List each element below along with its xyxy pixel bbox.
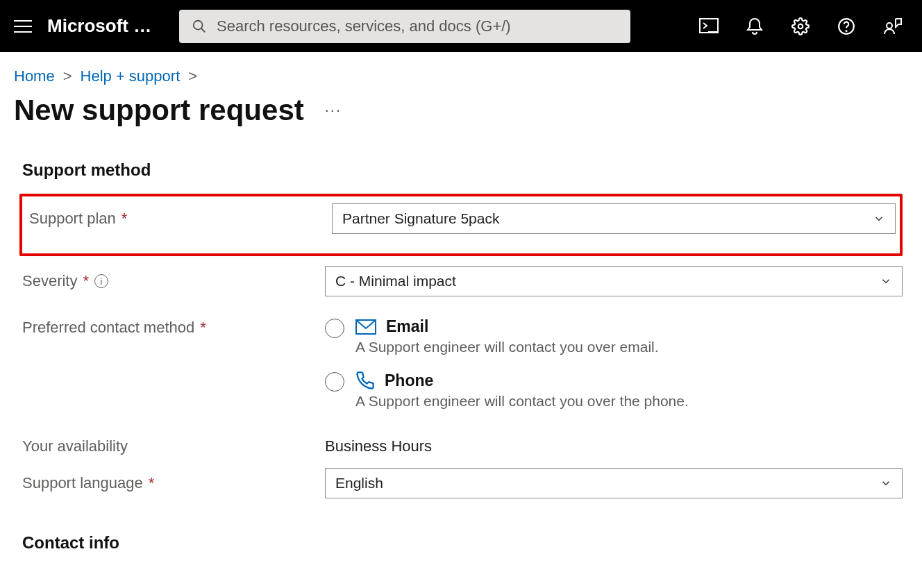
severity-select[interactable]: C - Minimal impact [325, 266, 903, 296]
svg-point-10 [887, 23, 892, 28]
top-bar: Microsoft … [0, 0, 922, 52]
chevron-down-icon [880, 477, 892, 489]
chevron-down-icon [880, 275, 892, 287]
chevron-down-icon [873, 212, 885, 225]
breadcrumb: Home > Help + support > [0, 52, 922, 91]
settings-gear-icon[interactable] [790, 16, 811, 37]
language-select[interactable]: English [325, 468, 903, 498]
contact-method-radio-group: Email A Support engineer will contact yo… [325, 314, 903, 410]
svg-line-4 [201, 28, 206, 32]
phone-icon [355, 371, 375, 390]
availability-value: Business Hours [325, 437, 432, 455]
email-title: Email [386, 317, 428, 336]
severity-label: Severity [22, 272, 77, 290]
radio-email[interactable] [325, 319, 344, 338]
email-desc: A Support engineer will contact you over… [355, 339, 659, 355]
contact-method-email[interactable]: Email A Support engineer will contact yo… [325, 317, 903, 355]
support-plan-select[interactable]: Partner Signature 5pack [332, 203, 896, 234]
svg-point-3 [194, 20, 203, 29]
radio-phone[interactable] [325, 372, 344, 392]
contact-method-phone[interactable]: Phone A Support engineer will contact yo… [325, 371, 903, 410]
topbar-actions [698, 16, 910, 37]
language-label: Support language [22, 474, 143, 492]
required-marker: * [200, 319, 206, 337]
phone-desc: A Support engineer will contact you over… [355, 393, 689, 410]
info-icon[interactable]: i [94, 274, 108, 288]
required-marker: * [149, 474, 155, 492]
support-plan-value: Partner Signature 5pack [342, 210, 499, 227]
availability-label: Your availability [22, 437, 128, 455]
support-plan-highlight: Support plan * Partner Signature 5pack [19, 194, 903, 256]
notifications-icon[interactable] [744, 16, 765, 37]
breadcrumb-sep: > [63, 67, 72, 85]
svg-rect-5 [700, 19, 718, 33]
hamburger-menu-button[interactable] [12, 16, 33, 37]
email-icon [355, 319, 376, 335]
severity-value: C - Minimal impact [335, 273, 456, 289]
section-contact-info: Contact info [22, 533, 903, 553]
required-marker: * [83, 272, 89, 290]
search-icon [192, 19, 207, 34]
help-icon[interactable] [836, 16, 857, 37]
more-actions-button[interactable]: ··· [325, 101, 342, 119]
page-title: New support request [14, 94, 304, 127]
breadcrumb-sep: > [188, 67, 197, 85]
breadcrumb-home[interactable]: Home [14, 67, 55, 85]
breadcrumb-help-support[interactable]: Help + support [81, 67, 181, 85]
required-marker: * [121, 210, 128, 228]
search-input[interactable] [217, 17, 618, 35]
preferred-contact-label: Preferred contact method [22, 319, 194, 337]
svg-point-9 [846, 30, 846, 31]
section-support-method: Support method [22, 160, 903, 180]
feedback-icon[interactable] [882, 16, 903, 37]
svg-point-7 [798, 24, 803, 28]
search-box[interactable] [179, 10, 630, 43]
phone-title: Phone [385, 371, 433, 390]
brand-label: Microsoft … [47, 15, 165, 37]
cloud-shell-icon[interactable] [698, 16, 719, 37]
language-value: English [335, 475, 383, 492]
support-plan-label: Support plan [29, 210, 116, 228]
